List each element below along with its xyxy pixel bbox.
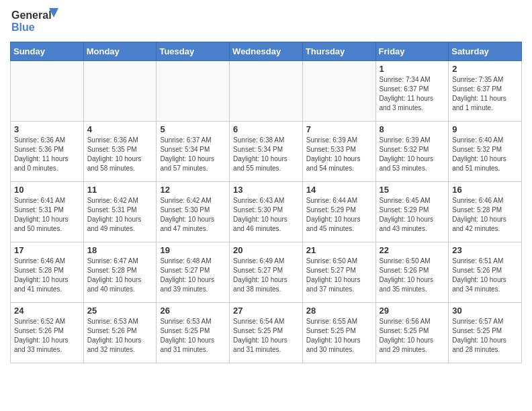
weekday-header-row: SundayMondayTuesdayWednesdayThursdayFrid… (11, 42, 522, 61)
day-number: 4 (87, 124, 153, 134)
calendar-cell: 22Sunrise: 6:50 AMSunset: 5:26 PMDayligh… (375, 242, 449, 303)
day-number: 2 (452, 64, 518, 74)
day-number: 23 (452, 245, 518, 255)
day-info: Sunrise: 6:48 AMSunset: 5:27 PMDaylight:… (160, 257, 226, 294)
day-info: Sunrise: 6:42 AMSunset: 5:30 PMDaylight:… (160, 196, 226, 234)
weekday-header-thursday: Thursday (302, 42, 375, 61)
day-number: 25 (87, 306, 153, 316)
day-info: Sunrise: 6:47 AMSunset: 5:28 PMDaylight:… (87, 257, 153, 294)
calendar-cell: 27Sunrise: 6:54 AMSunset: 5:25 PMDayligh… (230, 303, 303, 363)
calendar-cell (302, 61, 375, 122)
day-number: 27 (233, 306, 299, 316)
calendar-cell: 26Sunrise: 6:53 AMSunset: 5:25 PMDayligh… (157, 303, 230, 363)
day-info: Sunrise: 6:46 AMSunset: 5:28 PMDaylight:… (452, 196, 518, 234)
calendar-cell (83, 61, 157, 122)
day-number: 5 (160, 124, 226, 134)
day-info: Sunrise: 6:55 AMSunset: 5:25 PMDaylight:… (306, 317, 372, 355)
day-info: Sunrise: 6:43 AMSunset: 5:30 PMDaylight:… (233, 196, 299, 234)
day-info: Sunrise: 6:38 AMSunset: 5:34 PMDaylight:… (233, 136, 299, 173)
calendar-cell: 18Sunrise: 6:47 AMSunset: 5:28 PMDayligh… (83, 242, 157, 303)
day-info: Sunrise: 6:41 AMSunset: 5:31 PMDaylight:… (14, 196, 80, 234)
day-number: 13 (233, 185, 299, 195)
day-number: 6 (233, 124, 299, 134)
calendar-cell: 8Sunrise: 6:39 AMSunset: 5:32 PMDaylight… (375, 122, 449, 182)
day-number: 15 (380, 185, 445, 195)
day-info: Sunrise: 6:50 AMSunset: 5:26 PMDaylight:… (380, 257, 445, 294)
day-info: Sunrise: 6:53 AMSunset: 5:26 PMDaylight:… (87, 317, 153, 355)
calendar-cell: 15Sunrise: 6:45 AMSunset: 5:29 PMDayligh… (375, 182, 449, 242)
logo: GeneralBlue (10, 7, 64, 36)
day-info: Sunrise: 6:50 AMSunset: 5:27 PMDaylight:… (306, 257, 372, 294)
calendar-cell: 20Sunrise: 6:49 AMSunset: 5:27 PMDayligh… (230, 242, 303, 303)
calendar-cell: 14Sunrise: 6:44 AMSunset: 5:29 PMDayligh… (302, 182, 375, 242)
day-info: Sunrise: 6:45 AMSunset: 5:29 PMDaylight:… (380, 196, 445, 234)
calendar-cell (11, 61, 84, 122)
day-number: 29 (380, 306, 445, 316)
day-info: Sunrise: 6:49 AMSunset: 5:27 PMDaylight:… (233, 257, 299, 294)
calendar-cell: 3Sunrise: 6:36 AMSunset: 5:36 PMDaylight… (11, 122, 84, 182)
day-number: 17 (14, 245, 80, 255)
week-row-5: 24Sunrise: 6:52 AMSunset: 5:26 PMDayligh… (11, 303, 522, 363)
day-info: Sunrise: 6:40 AMSunset: 5:32 PMDaylight:… (452, 136, 518, 173)
weekday-header-sunday: Sunday (11, 42, 84, 61)
day-info: Sunrise: 6:53 AMSunset: 5:25 PMDaylight:… (160, 317, 226, 355)
calendar-cell: 10Sunrise: 6:41 AMSunset: 5:31 PMDayligh… (11, 182, 84, 242)
day-number: 10 (14, 185, 80, 195)
week-row-2: 3Sunrise: 6:36 AMSunset: 5:36 PMDaylight… (11, 122, 522, 182)
calendar-cell: 29Sunrise: 6:56 AMSunset: 5:25 PMDayligh… (375, 303, 449, 363)
calendar-cell: 17Sunrise: 6:46 AMSunset: 5:28 PMDayligh… (11, 242, 84, 303)
calendar-cell: 7Sunrise: 6:39 AMSunset: 5:33 PMDaylight… (302, 122, 375, 182)
day-number: 8 (380, 124, 445, 134)
day-number: 20 (233, 245, 299, 255)
weekday-header-monday: Monday (83, 42, 157, 61)
calendar-cell: 16Sunrise: 6:46 AMSunset: 5:28 PMDayligh… (449, 182, 522, 242)
day-info: Sunrise: 6:44 AMSunset: 5:29 PMDaylight:… (306, 196, 372, 234)
weekday-header-friday: Friday (375, 42, 449, 61)
calendar-cell: 24Sunrise: 6:52 AMSunset: 5:26 PMDayligh… (11, 303, 84, 363)
calendar-cell: 1Sunrise: 7:34 AMSunset: 6:37 PMDaylight… (375, 61, 449, 122)
day-info: Sunrise: 6:39 AMSunset: 5:33 PMDaylight:… (306, 136, 372, 173)
day-number: 30 (452, 306, 518, 316)
calendar-cell: 9Sunrise: 6:40 AMSunset: 5:32 PMDaylight… (449, 122, 522, 182)
svg-text:General: General (11, 9, 52, 21)
calendar-cell: 4Sunrise: 6:36 AMSunset: 5:35 PMDaylight… (83, 122, 157, 182)
calendar-cell: 5Sunrise: 6:37 AMSunset: 5:34 PMDaylight… (157, 122, 230, 182)
day-info: Sunrise: 6:39 AMSunset: 5:32 PMDaylight:… (380, 136, 445, 173)
day-number: 19 (160, 245, 226, 255)
logo-icon: GeneralBlue (10, 7, 64, 36)
day-number: 18 (87, 245, 153, 255)
calendar-cell: 23Sunrise: 6:51 AMSunset: 5:26 PMDayligh… (449, 242, 522, 303)
week-row-3: 10Sunrise: 6:41 AMSunset: 5:31 PMDayligh… (11, 182, 522, 242)
weekday-header-wednesday: Wednesday (230, 42, 303, 61)
day-info: Sunrise: 6:37 AMSunset: 5:34 PMDaylight:… (160, 136, 226, 173)
day-info: Sunrise: 6:54 AMSunset: 5:25 PMDaylight:… (233, 317, 299, 355)
day-info: Sunrise: 6:36 AMSunset: 5:36 PMDaylight:… (14, 136, 80, 173)
calendar: SundayMondayTuesdayWednesdayThursdayFrid… (10, 42, 522, 363)
day-number: 21 (306, 245, 372, 255)
calendar-cell: 25Sunrise: 6:53 AMSunset: 5:26 PMDayligh… (83, 303, 157, 363)
day-number: 16 (452, 185, 518, 195)
day-info: Sunrise: 6:57 AMSunset: 5:25 PMDaylight:… (452, 317, 518, 355)
day-number: 1 (380, 64, 445, 74)
day-info: Sunrise: 6:56 AMSunset: 5:25 PMDaylight:… (380, 317, 445, 355)
day-info: Sunrise: 6:46 AMSunset: 5:28 PMDaylight:… (14, 257, 80, 294)
day-number: 7 (306, 124, 372, 134)
day-number: 9 (452, 124, 518, 134)
day-number: 3 (14, 124, 80, 134)
day-number: 11 (87, 185, 153, 195)
calendar-cell (157, 61, 230, 122)
header: GeneralBlue (10, 7, 522, 36)
calendar-cell: 21Sunrise: 6:50 AMSunset: 5:27 PMDayligh… (302, 242, 375, 303)
calendar-cell: 6Sunrise: 6:38 AMSunset: 5:34 PMDaylight… (230, 122, 303, 182)
day-info: Sunrise: 6:42 AMSunset: 5:31 PMDaylight:… (87, 196, 153, 234)
weekday-header-tuesday: Tuesday (157, 42, 230, 61)
calendar-cell (230, 61, 303, 122)
calendar-cell: 12Sunrise: 6:42 AMSunset: 5:30 PMDayligh… (157, 182, 230, 242)
day-number: 26 (160, 306, 226, 316)
day-info: Sunrise: 7:35 AMSunset: 6:37 PMDaylight:… (452, 75, 518, 113)
day-info: Sunrise: 6:52 AMSunset: 5:26 PMDaylight:… (14, 317, 80, 355)
day-info: Sunrise: 7:34 AMSunset: 6:37 PMDaylight:… (380, 75, 445, 113)
day-info: Sunrise: 6:36 AMSunset: 5:35 PMDaylight:… (87, 136, 153, 173)
day-number: 24 (14, 306, 80, 316)
day-number: 12 (160, 185, 226, 195)
